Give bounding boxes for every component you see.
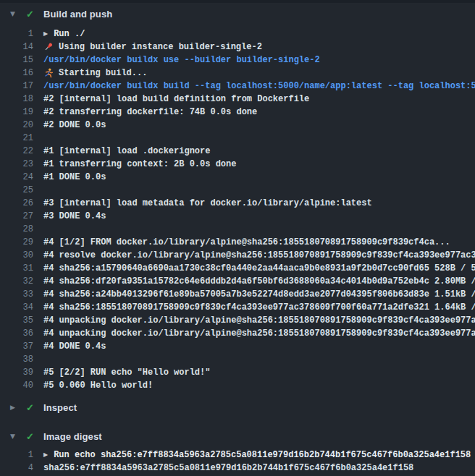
log-text: #4 unpacking docker.io/library/alpine@sh… bbox=[43, 327, 475, 340]
section-header-inspect[interactable]: ▶✓Inspect bbox=[0, 396, 475, 418]
log-text-content: #5 0.060 Hello world! bbox=[43, 379, 153, 392]
play-icon[interactable]: ▶ bbox=[43, 27, 48, 41]
log-text-content: Using builder instance builder-single-2 bbox=[59, 41, 262, 54]
log-text: #1 [internal] load .dockerignore bbox=[43, 145, 210, 158]
log-line: 40#5 0.060 Hello world! bbox=[0, 379, 475, 392]
log-text: #5 [2/2] RUN echo "Hello world!" bbox=[43, 366, 210, 379]
log-text-content: #1 [internal] load .dockerignore bbox=[43, 145, 210, 158]
log-text-content: Run echo sha256:e7ff8834a5963a2785c5a081… bbox=[54, 449, 471, 462]
line-number[interactable]: 30 bbox=[0, 249, 33, 262]
line-number[interactable]: 17 bbox=[0, 80, 33, 93]
log-text-content: #1 transferring context: 2B 0.0s done bbox=[43, 158, 236, 171]
check-icon: ✓ bbox=[26, 9, 43, 20]
log-line: 28 bbox=[0, 223, 475, 236]
line-number[interactable]: 34 bbox=[0, 301, 33, 314]
section-content-image-digest: 1▶Run echo sha256:e7ff8834a5963a2785c5a0… bbox=[0, 447, 475, 476]
log-text: #4 [1/2] FROM docker.io/library/alpine@s… bbox=[43, 236, 450, 249]
line-number[interactable]: 37 bbox=[0, 340, 33, 353]
line-number[interactable]: 1 bbox=[0, 27, 33, 41]
log-line: 1▶Run echo sha256:e7ff8834a5963a2785c5a0… bbox=[0, 449, 475, 462]
play-icon[interactable]: ▶ bbox=[43, 449, 48, 462]
line-number[interactable]: 18 bbox=[0, 93, 33, 106]
line-number[interactable]: 16 bbox=[0, 67, 33, 80]
line-number[interactable]: 19 bbox=[0, 106, 33, 119]
log-text: #2 [internal] load build definition from… bbox=[43, 93, 309, 106]
section-title: Build and push bbox=[43, 9, 112, 20]
log-line: 14Using builder instance builder-single-… bbox=[0, 41, 475, 54]
log-text-content: #4 sha256:185518070891758909c9f839cf4ca3… bbox=[43, 301, 475, 314]
log-text-content: #3 DONE 0.4s bbox=[43, 210, 106, 223]
line-number[interactable]: 32 bbox=[0, 275, 33, 288]
line-number[interactable]: 39 bbox=[0, 366, 33, 379]
line-number[interactable]: 1 bbox=[0, 449, 33, 462]
log-text: #5 0.060 Hello world! bbox=[43, 379, 153, 392]
line-number[interactable]: 33 bbox=[0, 288, 33, 301]
line-number[interactable]: 24 bbox=[0, 171, 33, 184]
workflow-log: ▼✓Build and push1▶Run ./14Using builder … bbox=[0, 3, 475, 476]
log-text: Using builder instance builder-single-2 bbox=[43, 41, 262, 54]
line-number[interactable]: 38 bbox=[0, 353, 33, 366]
pushpin-icon bbox=[43, 42, 54, 52]
log-text: ▶Run ./ bbox=[43, 27, 85, 41]
line-number[interactable]: 4 bbox=[0, 462, 33, 475]
log-text-content: #1 DONE 0.0s bbox=[43, 171, 106, 184]
line-number[interactable]: 29 bbox=[0, 236, 33, 249]
log-text: #1 transferring context: 2B 0.0s done bbox=[43, 158, 236, 171]
log-text-content: #3 [internal] load metadata for docker.i… bbox=[43, 197, 372, 210]
log-text: ▶Run echo sha256:e7ff8834a5963a2785c5a08… bbox=[43, 449, 471, 462]
log-text: Starting build... bbox=[43, 67, 147, 80]
log-text-content: #2 DONE 0.0s bbox=[43, 119, 106, 132]
log-line: 17/usr/bin/docker buildx build --tag loc… bbox=[0, 80, 475, 93]
log-text-content: Run ./ bbox=[54, 27, 85, 41]
line-number[interactable]: 31 bbox=[0, 262, 33, 275]
log-text-content: /usr/bin/docker buildx build --tag local… bbox=[43, 80, 475, 93]
log-text-content: #4 sha256:a24bb4013296f61e89ba57005a7b3e… bbox=[43, 288, 475, 301]
log-text: #4 unpacking docker.io/library/alpine@sh… bbox=[43, 314, 475, 327]
line-number[interactable]: 21 bbox=[0, 132, 33, 145]
log-line: 29#4 [1/2] FROM docker.io/library/alpine… bbox=[0, 236, 475, 249]
log-line: 15/usr/bin/docker buildx use --builder b… bbox=[0, 54, 475, 67]
log-line: 37#4 DONE 0.4s bbox=[0, 340, 475, 353]
log-text: #4 DONE 0.4s bbox=[43, 340, 106, 353]
log-text: #3 [internal] load metadata for docker.i… bbox=[43, 197, 372, 210]
log-text-content: /usr/bin/docker buildx use --builder bui… bbox=[43, 54, 320, 67]
chevron-down-icon: ▼ bbox=[10, 433, 26, 440]
line-number[interactable]: 14 bbox=[0, 41, 33, 54]
line-number[interactable]: 26 bbox=[0, 197, 33, 210]
log-line: 31#4 sha256:a15790640a6690aa1730c38cf0a4… bbox=[0, 262, 475, 275]
log-line: 26#3 [internal] load metadata for docker… bbox=[0, 197, 475, 210]
log-text: sha256:e7ff8834a5963a2785c5a0811e979d16b… bbox=[43, 462, 413, 475]
log-text-content: #4 sha256:df20fa9351a15782c64e6dddb2d4a6… bbox=[43, 275, 475, 288]
log-text-content: sha256:e7ff8834a5963a2785c5a0811e979d16b… bbox=[43, 462, 413, 475]
log-line: 4sha256:e7ff8834a5963a2785c5a0811e979d16… bbox=[0, 462, 475, 475]
line-number[interactable]: 36 bbox=[0, 327, 33, 340]
line-number[interactable]: 40 bbox=[0, 379, 33, 392]
line-number[interactable]: 23 bbox=[0, 158, 33, 171]
section-header-image-digest[interactable]: ▼✓Image digest bbox=[0, 425, 475, 447]
log-text: #4 resolve docker.io/library/alpine@sha2… bbox=[43, 249, 475, 262]
log-text: #4 sha256:185518070891758909c9f839cf4ca3… bbox=[43, 301, 475, 314]
log-line: 30#4 resolve docker.io/library/alpine@sh… bbox=[0, 249, 475, 262]
line-number[interactable]: 28 bbox=[0, 223, 33, 236]
log-text: #3 DONE 0.4s bbox=[43, 210, 106, 223]
line-number[interactable]: 22 bbox=[0, 145, 33, 158]
log-text-content: #5 [2/2] RUN echo "Hello world!" bbox=[43, 366, 210, 379]
log-text-content: #2 transferring dockerfile: 74B 0.0s don… bbox=[43, 106, 257, 119]
log-text-content: #4 sha256:a15790640a6690aa1730c38cf0a440… bbox=[43, 262, 475, 275]
log-text-content: #4 resolve docker.io/library/alpine@sha2… bbox=[43, 249, 475, 262]
line-number[interactable]: 15 bbox=[0, 54, 33, 67]
line-number[interactable]: 35 bbox=[0, 314, 33, 327]
log-line: 33#4 sha256:a24bb4013296f61e89ba57005a7b… bbox=[0, 288, 475, 301]
section-header-build-and-push[interactable]: ▼✓Build and push bbox=[0, 3, 475, 25]
log-line: 34#4 sha256:185518070891758909c9f839cf4c… bbox=[0, 301, 475, 314]
log-text: #2 transferring dockerfile: 74B 0.0s don… bbox=[43, 106, 257, 119]
log-text-content: #4 [1/2] FROM docker.io/library/alpine@s… bbox=[43, 236, 450, 249]
log-line: 27#3 DONE 0.4s bbox=[0, 210, 475, 223]
log-text-content: #2 [internal] load build definition from… bbox=[43, 93, 309, 106]
log-text: #2 DONE 0.0s bbox=[43, 119, 106, 132]
line-number[interactable]: 27 bbox=[0, 210, 33, 223]
log-line: 24#1 DONE 0.0s bbox=[0, 171, 475, 184]
line-number[interactable]: 25 bbox=[0, 184, 33, 197]
line-number[interactable]: 20 bbox=[0, 119, 33, 132]
log-text-content: Starting build... bbox=[59, 67, 147, 80]
